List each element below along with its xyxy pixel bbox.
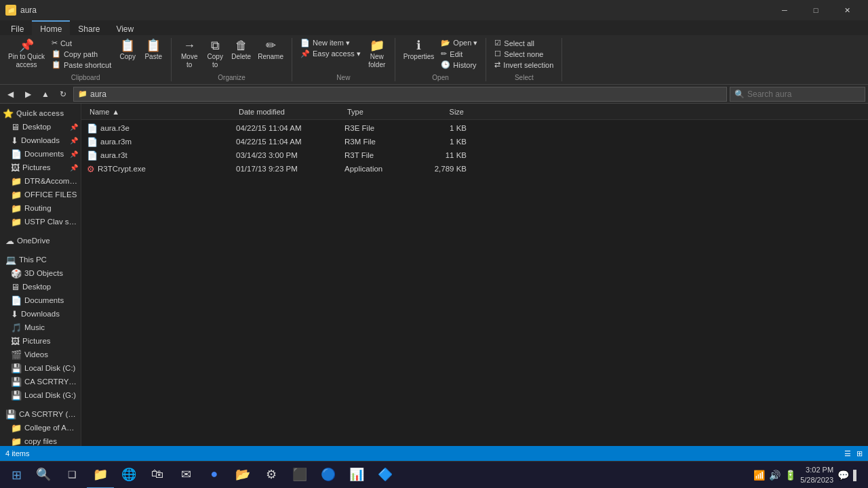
easy-access-button[interactable]: 📌 Easy access ▾ bbox=[298, 49, 363, 59]
sidebar-item-copy-files[interactable]: 📁 copy files bbox=[0, 434, 81, 446]
search-input[interactable] bbox=[747, 89, 861, 99]
tray-clock[interactable]: 3:02 PM 5/28/2023 bbox=[800, 465, 833, 485]
address-path[interactable]: 📁 aura bbox=[73, 87, 727, 102]
select-none-button[interactable]: ☐ Select none bbox=[492, 49, 556, 59]
sidebar-item-downloads[interactable]: ⬇ Downloads 📌 bbox=[0, 134, 81, 147]
show-desktop-icon[interactable]: ▌ bbox=[853, 470, 860, 481]
refresh-button[interactable]: ↻ bbox=[56, 87, 71, 102]
table-row[interactable]: 📄 aura.r3m 04/22/15 11:04 AM R3M File 1 … bbox=[81, 135, 868, 148]
tray-battery-icon[interactable]: 🔋 bbox=[785, 470, 796, 481]
table-row[interactable]: ⚙ R3TCrypt.exe 01/17/13 9:23 PM Applicat… bbox=[81, 162, 868, 176]
sidebar-item-dtr[interactable]: 📁 DTR&AccomReport bbox=[0, 174, 81, 188]
taskbar-store[interactable]: 🛍 bbox=[144, 462, 171, 489]
taskbar-taskview[interactable]: ❑ bbox=[58, 462, 85, 489]
taskbar-tray: 📶 🔊 🔋 3:02 PM 5/28/2023 💬 ▌ bbox=[753, 465, 865, 485]
clipboard-group-items: 📌 Pin to Quickaccess ✂ Cut 📋 Copy path 📋… bbox=[5, 38, 165, 73]
pin-to-quick-access-button[interactable]: 📌 Pin to Quickaccess bbox=[5, 38, 47, 70]
maximize-button[interactable]: □ bbox=[800, 0, 831, 20]
close-button[interactable]: ✕ bbox=[831, 0, 863, 20]
history-button[interactable]: 🕒 History bbox=[438, 60, 480, 70]
file-name: 📄 aura.r3t bbox=[87, 150, 236, 161]
taskbar-mail[interactable]: ✉ bbox=[172, 462, 199, 489]
tab-file[interactable]: File bbox=[3, 20, 32, 35]
sidebar-item-local-g[interactable]: 💾 Local Disk (G:) bbox=[0, 388, 81, 402]
sidebar-item-ca-scrtry-d[interactable]: 💾 CA SCRTRY (D:) bbox=[0, 375, 81, 388]
taskbar-folder[interactable]: 📂 bbox=[229, 462, 256, 489]
column-header-date[interactable]: Date modified bbox=[236, 104, 344, 119]
taskbar-browser2[interactable]: 🔵 bbox=[315, 462, 342, 489]
tray-notifications-icon[interactable]: 💬 bbox=[837, 470, 849, 481]
sidebar-item-local-c[interactable]: 💾 Local Disk (C:) bbox=[0, 361, 81, 375]
paste-button[interactable]: 📋 Paste bbox=[141, 38, 165, 62]
taskbar-edge[interactable]: 🌐 bbox=[115, 462, 142, 489]
tab-share[interactable]: Share bbox=[70, 20, 108, 35]
desktop-icon: 🖥 bbox=[11, 122, 20, 132]
invert-selection-button[interactable]: ⇄ Invert selection bbox=[492, 60, 556, 70]
sidebar-item-onedrive[interactable]: ☁ OneDrive bbox=[0, 234, 81, 247]
start-button[interactable]: ⊞ bbox=[3, 462, 30, 489]
sidebar-item-ustp[interactable]: 📁 USTP Clav since Aug 28 bbox=[0, 215, 81, 228]
forward-button[interactable]: ▶ bbox=[20, 87, 35, 102]
select-all-icon: ☑ bbox=[494, 39, 501, 47]
title-bar-left: 📁 aura bbox=[5, 5, 37, 16]
terminal-icon: ⬛ bbox=[292, 467, 307, 482]
cut-button[interactable]: ✂ Cut bbox=[49, 38, 114, 48]
taskbar-explorer[interactable]: 📁 bbox=[87, 462, 114, 489]
sidebar-item-routing[interactable]: 📁 Routing bbox=[0, 201, 81, 215]
properties-button[interactable]: ℹ Properties bbox=[401, 38, 437, 62]
new-item-button[interactable]: 📄 New item ▾ bbox=[298, 38, 353, 48]
sidebar-item-pictures[interactable]: 🖼 Pictures 📌 bbox=[0, 161, 81, 174]
taskbar-terminal[interactable]: ⬛ bbox=[286, 462, 313, 489]
sidebar-item-documents2[interactable]: 📄 Documents bbox=[0, 293, 81, 307]
rename-button[interactable]: ✏ Rename bbox=[255, 38, 286, 62]
documents-icon: 📄 bbox=[11, 149, 22, 159]
open-button[interactable]: 📂 Open ▾ bbox=[438, 38, 480, 48]
copy-to-button[interactable]: ⧉ Copyto bbox=[203, 38, 227, 70]
column-header-name[interactable]: Name ▲ bbox=[87, 104, 236, 119]
videos-icon: 🎬 bbox=[11, 350, 22, 360]
copy-button[interactable]: 📋 Copy bbox=[115, 38, 140, 62]
taskbar-app2[interactable]: 🔷 bbox=[372, 462, 399, 489]
copy-path-button[interactable]: 📋 Copy path bbox=[49, 49, 114, 59]
table-row[interactable]: 📄 aura.r3t 03/14/23 3:00 PM R3T File 11 … bbox=[81, 148, 868, 162]
new-folder-button[interactable]: 📁 Newfolder bbox=[365, 38, 389, 70]
column-header-size[interactable]: Size bbox=[412, 104, 467, 119]
column-header-type[interactable]: Type bbox=[344, 104, 412, 119]
delete-button[interactable]: 🗑 Delete bbox=[229, 38, 254, 62]
sidebar-item-pictures2[interactable]: 🖼 Pictures bbox=[0, 334, 81, 348]
view-list-icon[interactable]: ☰ bbox=[844, 449, 851, 458]
sidebar-item-3dobjects[interactable]: 🎲 3D Objects bbox=[0, 266, 81, 280]
disk-icon: 💾 bbox=[11, 377, 22, 387]
tray-network-icon[interactable]: 📶 bbox=[753, 470, 765, 481]
minimize-button[interactable]: ─ bbox=[769, 0, 800, 20]
select-all-button[interactable]: ☑ Select all bbox=[492, 38, 556, 48]
sidebar-item-desktop2[interactable]: 🖥 Desktop bbox=[0, 280, 81, 293]
paste-shortcut-button[interactable]: 📋 Paste shortcut bbox=[49, 60, 114, 70]
sidebar-item-college[interactable]: 📁 College of Agriculture F bbox=[0, 421, 81, 434]
sidebar-item-desktop[interactable]: 🖥 Desktop 📌 bbox=[0, 120, 81, 134]
view-grid-icon[interactable]: ⊞ bbox=[856, 449, 863, 458]
up-button[interactable]: ▲ bbox=[38, 87, 53, 102]
edit-button[interactable]: ✏ Edit bbox=[438, 49, 480, 59]
taskbar-settings[interactable]: ⚙ bbox=[258, 462, 285, 489]
taskbar-search[interactable]: 🔍 bbox=[30, 462, 57, 489]
organize-group-items: → Moveto ⧉ Copyto 🗑 Delete ✏ Rename bbox=[177, 38, 286, 73]
move-to-button[interactable]: → Moveto bbox=[177, 38, 201, 70]
table-row[interactable]: 📄 aura.r3e 04/22/15 11:04 AM R3E File 1 … bbox=[81, 121, 868, 135]
sidebar-item-ca-scrtry-d2[interactable]: 💾 CA SCRTRY (D:) bbox=[0, 407, 81, 421]
tab-home[interactable]: Home bbox=[32, 20, 70, 35]
tab-view[interactable]: View bbox=[108, 20, 142, 35]
sidebar-item-quick-access[interactable]: ⭐ Quick access bbox=[0, 106, 81, 120]
taskbar-app1[interactable]: 📊 bbox=[343, 462, 370, 489]
sidebar-item-office[interactable]: 📁 OFFICE FILES bbox=[0, 188, 81, 201]
file-icon: 📄 bbox=[87, 150, 98, 161]
sidebar-item-music[interactable]: 🎵 Music bbox=[0, 321, 81, 334]
sidebar-item-documents[interactable]: 📄 Documents 📌 bbox=[0, 147, 81, 161]
back-button[interactable]: ◀ bbox=[3, 87, 18, 102]
taskbar-chrome[interactable]: ● bbox=[201, 462, 228, 489]
sidebar-item-thispc[interactable]: 💻 This PC bbox=[0, 253, 81, 266]
taskbar: ⊞ 🔍 ❑ 📁 🌐 🛍 ✉ ● 📂 ⚙ ⬛ bbox=[0, 461, 868, 488]
tray-volume-icon[interactable]: 🔊 bbox=[769, 470, 781, 481]
sidebar-item-videos[interactable]: 🎬 Videos bbox=[0, 348, 81, 361]
sidebar-item-downloads2[interactable]: ⬇ Downloads bbox=[0, 307, 81, 321]
